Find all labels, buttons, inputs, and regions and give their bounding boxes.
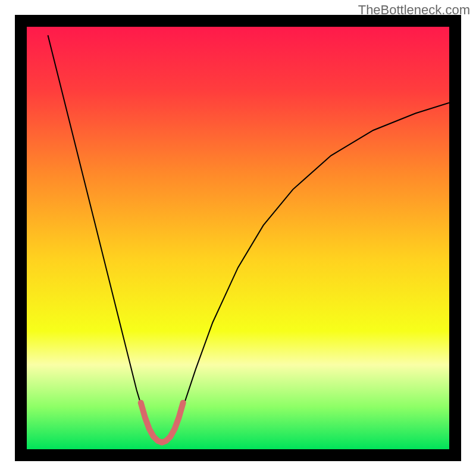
plot-frame <box>15 15 461 461</box>
chart-svg <box>27 27 449 449</box>
plot-area <box>27 27 449 449</box>
chart-wrapper: TheBottleneck.com <box>0 0 476 476</box>
gradient-background <box>27 27 449 449</box>
watermark-text: TheBottleneck.com <box>358 2 470 18</box>
